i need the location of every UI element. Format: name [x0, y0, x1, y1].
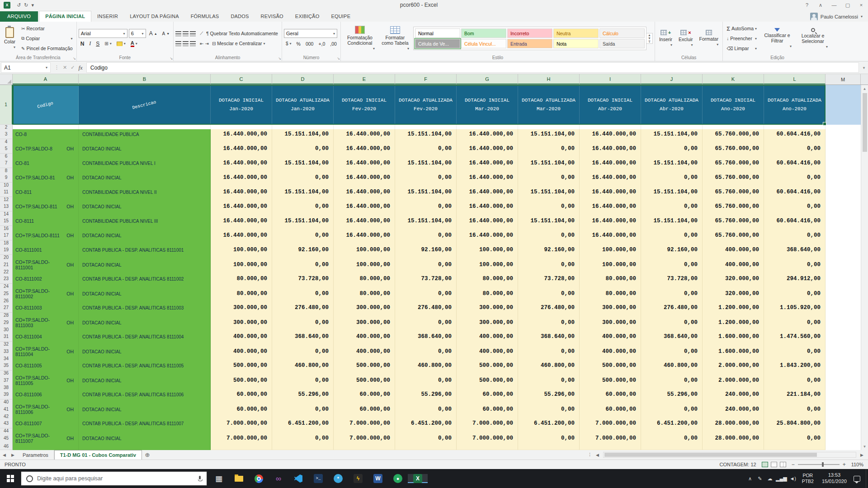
cell-A31[interactable]: CO-8111004 [13, 332, 79, 342]
cell-G35[interactable]: 500.000,00 [457, 361, 518, 371]
cell-B9[interactable]: DOTACAO INICIAL [79, 173, 211, 183]
cell-K3[interactable]: 65.760.000,00 [703, 129, 764, 139]
cell-D23[interactable]: 73.728,00 [272, 274, 334, 284]
cell-I37[interactable]: 500.000,00 [580, 375, 641, 386]
cell-I45[interactable]: 7.000.000,00 [580, 433, 641, 444]
column-header-D[interactable]: D [272, 74, 334, 84]
cell-G33[interactable]: 400.000,00 [457, 346, 518, 357]
word-icon[interactable]: W [368, 474, 388, 483]
cell-I21[interactable]: 100.000,00 [580, 259, 641, 270]
cell-E25[interactable]: 80.000,00 [334, 288, 395, 299]
enter-icon[interactable]: ✓ [71, 65, 75, 70]
cell-K35[interactable]: 2.000.000,00 [703, 361, 764, 371]
zoom-out-icon[interactable]: − [792, 461, 795, 468]
cell-H39[interactable]: 55.296,00 [518, 389, 580, 399]
cell-I29[interactable]: 300.000,00 [580, 317, 641, 328]
cell-I9[interactable]: 16.440.000,00 [580, 173, 641, 183]
row-header-43[interactable]: 43 [0, 418, 13, 428]
row-header-11[interactable]: 11 [0, 187, 13, 197]
cell-F17[interactable]: 0,00 [395, 230, 457, 240]
cell-H46[interactable] [518, 443, 580, 450]
cloud-icon[interactable]: ☁ [765, 476, 775, 482]
cell-E15[interactable]: 16.440.000,00 [334, 216, 395, 226]
sheet-tab-cubos-comparativ[interactable]: T1-D MG 01 - Cubos Comparativ [54, 450, 142, 460]
cell-I27[interactable]: 300.000,00 [580, 303, 641, 313]
cell-D19[interactable]: 92.160,00 [272, 245, 334, 255]
cell-J43[interactable]: 6.451.200,00 [641, 418, 703, 428]
cell-L17[interactable]: 0,00 [764, 230, 826, 240]
cell-E27[interactable]: 300.000,00 [334, 303, 395, 313]
ribbon-tab-arquivo[interactable]: ARQUIVO [0, 11, 38, 22]
select-all-corner[interactable] [0, 74, 13, 84]
cell-A33[interactable]: CO+TP.SALDO-8111004OH [13, 346, 79, 357]
cell-C3[interactable]: 16.440.000,00 [211, 129, 272, 139]
cell-G27[interactable]: 300.000,00 [457, 303, 518, 313]
cell-H35[interactable]: 460.800,00 [518, 361, 580, 371]
cell-style-nota[interactable]: Nota [553, 39, 599, 48]
hscroll-left-icon[interactable]: ◀ [593, 453, 602, 457]
cell-style-c-lula-vincul[interactable]: Célula Vincul... [461, 39, 506, 48]
sort-filter-button[interactable]: Classificar e Filtrar ▾ [760, 28, 794, 49]
chrome-icon[interactable] [249, 474, 269, 483]
font-size-select[interactable]: 6▾ [129, 29, 146, 38]
cell-H9[interactable]: 0,00 [518, 173, 580, 183]
row-header-23[interactable]: 23 [0, 274, 13, 284]
ribbon-tab-p-gina-inicial[interactable]: PÁGINA INICIAL [39, 11, 91, 22]
restore-button[interactable]: ▢ [841, 0, 854, 10]
pen-icon[interactable]: ✎ [755, 476, 765, 482]
action-center-icon[interactable] [854, 476, 860, 482]
cell-C35[interactable]: 500.000,00 [211, 361, 272, 371]
cancel-icon[interactable]: ✕ [63, 65, 67, 70]
cell-L23[interactable]: 294.912,00 [764, 274, 826, 284]
cell-I1[interactable]: DOTACAO INICIALAbr-2020 [580, 85, 641, 125]
cell-F29[interactable]: 0,00 [395, 317, 457, 328]
row-header-9[interactable]: 9 [0, 173, 13, 183]
cell-I41[interactable]: 60.000,00 [580, 404, 641, 415]
formula-bar-expand-icon[interactable]: ▾ [860, 61, 868, 74]
cell-G43[interactable]: 7.000.000,00 [457, 418, 518, 428]
cell-J39[interactable]: 55.296,00 [641, 389, 703, 399]
cell-C13[interactable]: 16.440.000,00 [211, 202, 272, 211]
cell-style-c-lculo[interactable]: Cálculo [599, 28, 645, 38]
cell-A7[interactable]: CO-81 [13, 158, 79, 168]
cell-E45[interactable]: 7.000.000,00 [334, 433, 395, 444]
show-desktop-button[interactable] [866, 469, 868, 488]
gallery-more-icon[interactable]: ⊽ [646, 40, 652, 43]
cell-I46[interactable] [580, 443, 641, 450]
cell-I7[interactable]: 16.440.000,00 [580, 158, 641, 168]
cell-C41[interactable]: 60.000,00 [211, 404, 272, 415]
cell-C7[interactable]: 16.440.000,00 [211, 158, 272, 168]
cell-E17[interactable]: 16.440.000,00 [334, 230, 395, 240]
cell-G7[interactable]: 16.440.000,00 [457, 158, 518, 168]
row-header-46[interactable]: 46 [0, 443, 13, 450]
column-header-H[interactable]: H [518, 74, 580, 84]
cell-L21[interactable]: 0,00 [764, 259, 826, 270]
language-indicator[interactable]: POR PTB2 [798, 473, 818, 484]
cell-J46[interactable] [641, 443, 703, 450]
cell-D7[interactable]: 15.151.104,00 [272, 158, 334, 168]
cell-C5[interactable]: 16.440.000,00 [211, 144, 272, 154]
cell-H41[interactable]: 0,00 [518, 404, 580, 415]
cell-I39[interactable]: 60.000,00 [580, 389, 641, 399]
cell-C19[interactable]: 100.000,00 [211, 245, 272, 255]
user-account[interactable]: Paulo Carnelossi ▾ [810, 13, 868, 22]
cell-E37[interactable]: 500.000,00 [334, 375, 395, 386]
redo-button[interactable]: ↻ [24, 3, 28, 8]
autosum-button[interactable]: ΣAutoSoma▾ [725, 24, 759, 33]
column-header-K[interactable]: K [703, 74, 764, 84]
cell-F21[interactable]: 0,00 [395, 259, 457, 270]
cell-K37[interactable]: 2.000.000,00 [703, 375, 764, 386]
cell-K17[interactable]: 65.760.000,00 [703, 230, 764, 240]
cell-K15[interactable]: 65.760.000,00 [703, 216, 764, 226]
ribbon-tab-layout-da-p-gina[interactable]: LAYOUT DA PÁGINA [124, 11, 185, 22]
clock[interactable]: 13:53 15/01/2020 [818, 472, 851, 485]
cell-L35[interactable]: 1.843.200,00 [764, 361, 826, 371]
cell-B31[interactable]: CONTAB PUBLICA - DESP. ANALITICAS 811100… [79, 332, 211, 342]
cell-G37[interactable]: 500.000,00 [457, 375, 518, 386]
cell-I31[interactable]: 400.000,00 [580, 332, 641, 342]
file-explorer-icon[interactable] [229, 474, 249, 483]
cell-E43[interactable]: 7.000.000,00 [334, 418, 395, 428]
app-dark-icon[interactable]: ϟ [348, 474, 368, 483]
cell-L37[interactable]: 0,00 [764, 375, 826, 386]
cell-G11[interactable]: 16.440.000,00 [457, 187, 518, 197]
